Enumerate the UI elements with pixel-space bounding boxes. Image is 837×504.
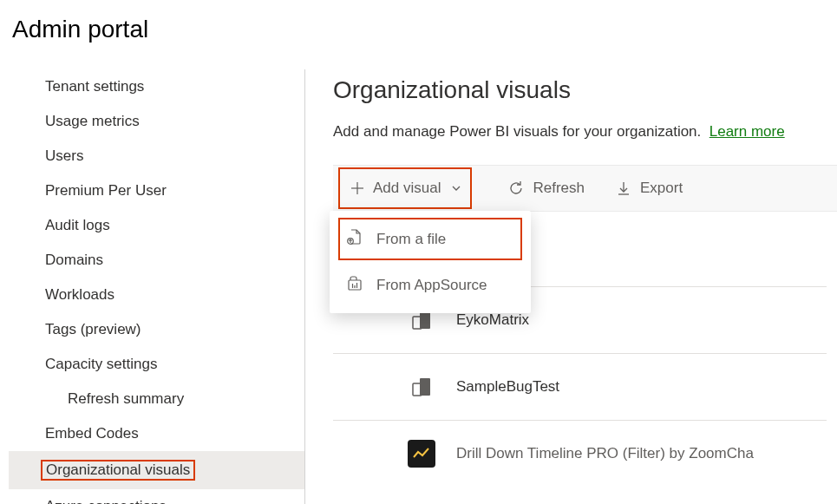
file-upload-icon [347, 228, 363, 250]
content: Organizational visuals Add and manage Po… [305, 69, 837, 504]
main-container: Tenant settings Usage metrics Users Prem… [0, 69, 837, 504]
toolbar: Add visual Refresh Export [333, 165, 837, 212]
zoomcharts-icon [408, 440, 435, 468]
visual-name: SampleBugTest [456, 378, 559, 396]
sidebar-item-label: Usage metrics [45, 113, 140, 129]
sidebar-item-audit-logs[interactable]: Audit logs [9, 208, 304, 243]
custom-visual-icon [408, 373, 435, 401]
sidebar-item-label: Workloads [45, 286, 114, 303]
sidebar-item-label: Azure connections [45, 498, 167, 504]
appsource-icon [347, 274, 363, 296]
sidebar-item-label: Refresh summary [68, 390, 184, 407]
svg-rect-13 [420, 378, 430, 396]
sidebar-item-label: Domains [45, 252, 103, 268]
highlight-box: Organizational visuals [41, 460, 195, 481]
svg-rect-11 [420, 311, 430, 329]
dropdown-from-appsource[interactable]: From AppSource [330, 262, 531, 308]
sidebar-item-label: Audit logs [45, 217, 110, 233]
visuals-list: EykoMatrix SampleBugTest Drill Down Time… [333, 286, 837, 468]
page-subtitle-row: Add and manage Power BI visuals for your… [333, 123, 837, 141]
sidebar-item-refresh-summary[interactable]: Refresh summary [9, 382, 304, 416]
sidebar-item-embed-codes[interactable]: Embed Codes [9, 416, 304, 451]
header: Admin portal [0, 0, 837, 52]
export-label: Export [640, 180, 683, 197]
add-visual-label: Add visual [373, 180, 441, 197]
export-button[interactable]: Export [600, 166, 698, 211]
visual-name: Drill Down Timeline PRO (Filter) by Zoom… [456, 445, 754, 462]
refresh-icon [508, 180, 524, 196]
sidebar-item-label: Tags (preview) [45, 321, 141, 337]
chevron-down-icon [451, 183, 461, 193]
sidebar-item-premium-per-user[interactable]: Premium Per User [9, 173, 304, 208]
sidebar-item-label: Tenant settings [45, 78, 144, 95]
sidebar-item-domains[interactable]: Domains [9, 243, 304, 278]
sidebar-item-label: Embed Codes [45, 425, 139, 442]
add-visual-dropdown: From a file From AppSource [330, 211, 531, 313]
sidebar-item-tenant-settings[interactable]: Tenant settings [9, 69, 304, 104]
sidebar-item-users[interactable]: Users [9, 139, 304, 173]
sidebar-item-tags[interactable]: Tags (preview) [9, 312, 304, 347]
list-item[interactable]: Drill Down Timeline PRO (Filter) by Zoom… [333, 421, 827, 468]
refresh-label: Refresh [533, 180, 585, 197]
sidebar-item-label: Premium Per User [45, 182, 167, 199]
svg-rect-6 [349, 280, 361, 290]
highlight-box: Add visual [338, 167, 472, 209]
sidebar-item-organizational-visuals[interactable]: Organizational visuals [9, 451, 304, 489]
sidebar-item-azure-connections[interactable]: Azure connections [9, 489, 304, 504]
download-icon [616, 180, 631, 196]
sidebar-item-label: Capacity settings [45, 356, 157, 372]
dropdown-label: From AppSource [376, 277, 487, 294]
sidebar-item-usage-metrics[interactable]: Usage metrics [9, 104, 304, 139]
sidebar-item-label: Users [45, 147, 83, 164]
list-item[interactable]: SampleBugTest [333, 354, 827, 421]
sidebar-item-capacity-settings[interactable]: Capacity settings [9, 347, 304, 382]
learn-more-link[interactable]: Learn more [709, 123, 785, 140]
visual-name: EykoMatrix [456, 311, 529, 329]
sidebar-item-label: Organizational visuals [46, 461, 190, 478]
sidebar-item-workloads[interactable]: Workloads [9, 278, 304, 312]
dropdown-from-file[interactable]: From a file [330, 216, 531, 262]
page-subtitle: Add and manage Power BI visuals for your… [333, 123, 701, 140]
sidebar: Tenant settings Usage metrics Users Prem… [0, 69, 305, 504]
page-title: Organizational visuals [333, 76, 837, 104]
portal-title: Admin portal [12, 16, 825, 43]
plus-icon [350, 181, 364, 195]
add-visual-button[interactable]: Add visual [350, 169, 461, 207]
refresh-button[interactable]: Refresh [493, 166, 600, 211]
dropdown-label: From a file [376, 231, 446, 248]
